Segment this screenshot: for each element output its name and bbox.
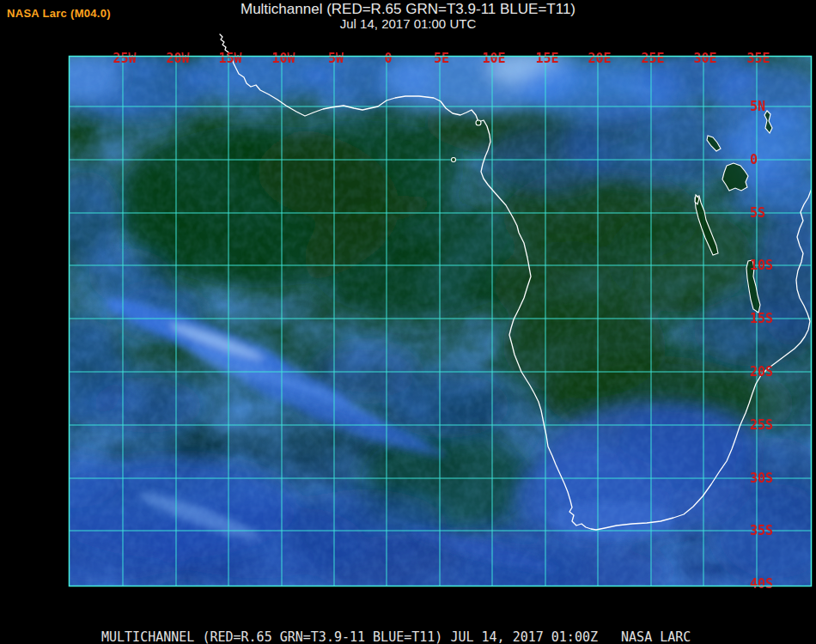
latitude-label: 40S xyxy=(750,576,773,592)
page-title: Multichannel (RED=R.65 GRN=T3.9-11 BLUE=… xyxy=(0,2,816,17)
map-header: Multichannel (RED=R.65 GRN=T3.9-11 BLUE=… xyxy=(0,2,816,31)
latitude-label: 25S xyxy=(750,417,773,433)
longitude-label: 15W xyxy=(218,51,242,66)
latitude-label: 20S xyxy=(750,364,773,380)
latitude-label: 5S xyxy=(750,205,765,221)
island-sao-tome xyxy=(452,158,456,162)
latitude-label: 5N xyxy=(750,99,765,114)
longitude-label: 20W xyxy=(166,51,190,66)
longitude-label: 10W xyxy=(271,51,295,66)
longitude-label: 0 xyxy=(384,51,392,66)
satellite-product-page: { "header": { "title": "Multichannel (RE… xyxy=(0,0,816,644)
latitude-label: 15S xyxy=(750,311,773,326)
latitude-label: 0 xyxy=(750,152,758,167)
longitude-label: 25W xyxy=(113,51,137,66)
longitude-label: 30E xyxy=(693,51,716,66)
latitude-label: 35S xyxy=(750,523,773,538)
latitude-label: 10S xyxy=(750,258,773,273)
longitude-label: 15E xyxy=(535,51,558,66)
longitude-label: 20E xyxy=(588,51,611,66)
longitude-label: 5W xyxy=(328,51,344,66)
longitude-label: 5E xyxy=(434,51,449,66)
latitude-label: 30S xyxy=(750,471,773,486)
satellite-imagery xyxy=(11,43,816,605)
footer-caption: MULTICHANNEL (RED=R.65 GRN=T3.9-11 BLUE=… xyxy=(101,629,691,644)
page-subtitle-timestamp: Jul 14, 2017 01:00 UTC xyxy=(0,17,816,31)
satellite-map: 25W20W15W10W5W05E10E15E20E25E30E35E5N05S… xyxy=(0,0,816,644)
longitude-label: 10E xyxy=(482,51,505,66)
island-bioko xyxy=(476,120,481,125)
longitude-label: 25E xyxy=(641,51,664,66)
longitude-label: 35E xyxy=(746,51,770,66)
